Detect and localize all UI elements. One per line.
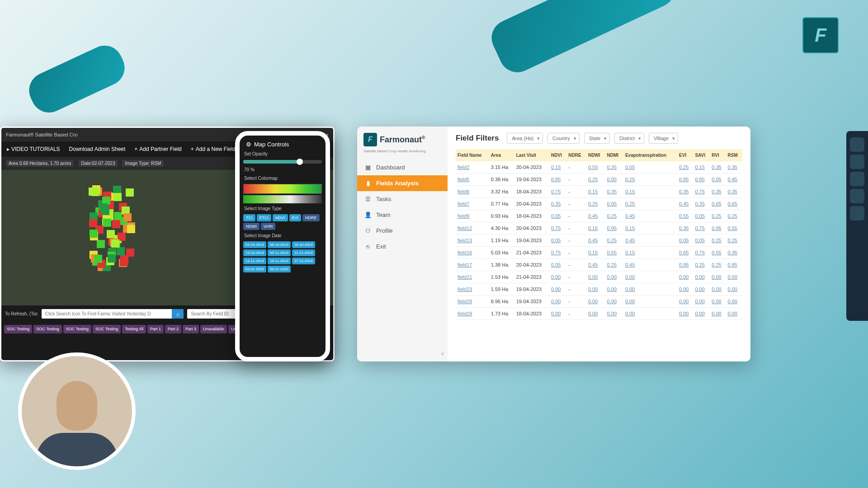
metric-cell[interactable]: 0.05 — [710, 174, 726, 186]
metric-cell[interactable]: 0.00 — [693, 296, 710, 308]
metric-cell[interactable]: 0.00 — [677, 271, 693, 283]
metric-cell[interactable]: 0.75 — [693, 186, 710, 198]
metric-cell[interactable]: 0.00 — [726, 308, 742, 320]
metric-cell[interactable]: 0.00 — [605, 283, 623, 296]
column-header[interactable]: RSM — [726, 149, 742, 161]
field-name-link[interactable]: field28 — [456, 296, 489, 308]
image-date-chip[interactable]: 05-11-2019 — [268, 249, 291, 256]
sidebar-item-dashboard[interactable]: ▦Dashboard — [357, 160, 448, 175]
metric-cell[interactable]: 0.35 — [726, 161, 742, 174]
metric-cell[interactable]: 0.00 — [677, 308, 693, 320]
metric-cell[interactable]: 0.00 — [693, 308, 710, 320]
metric-cell[interactable]: 0.75 — [693, 222, 710, 235]
metric-cell[interactable]: 0.15 — [623, 247, 677, 259]
column-header[interactable]: SAVI — [693, 149, 710, 161]
metric-cell[interactable]: 0.35 — [605, 186, 623, 198]
image-date-chip[interactable]: 16-10-2019 — [292, 241, 315, 248]
sidebar-item-tasks[interactable]: ☰Tasks — [357, 191, 448, 207]
metric-cell[interactable]: 0.35 — [710, 161, 726, 174]
image-type-chip[interactable]: NDRE — [302, 214, 320, 221]
metric-cell[interactable]: 0.05 — [549, 259, 566, 271]
metric-cell[interactable]: 0.55 — [586, 161, 605, 174]
metric-cell[interactable]: 0.25 — [586, 198, 605, 210]
metric-cell[interactable]: 0.55 — [677, 210, 693, 222]
metric-cell[interactable]: 0.25 — [710, 210, 726, 222]
colormap-gradient-alt[interactable] — [243, 195, 322, 203]
tool-icon[interactable] — [850, 189, 864, 203]
metric-cell[interactable]: 0.05 — [549, 235, 566, 247]
metric-cell[interactable]: 0.75 — [549, 186, 566, 198]
metric-cell[interactable]: 0.00 — [677, 296, 693, 308]
metric-cell[interactable]: 0.45 — [677, 198, 693, 210]
image-date-chip[interactable]: 11-11-2019 — [292, 249, 315, 256]
testing-chip[interactable]: SOC Testing — [63, 325, 91, 333]
tool-icon[interactable] — [850, 172, 864, 186]
add-field-button[interactable]: +Add a New Field — [191, 146, 236, 152]
sidebar-item-profile[interactable]: ⚇Profile — [357, 223, 448, 239]
metric-cell[interactable]: 0.95 — [710, 222, 726, 235]
field-name-link[interactable]: field7 — [456, 198, 489, 210]
metric-cell[interactable]: 0.25 — [726, 210, 742, 222]
metric-cell[interactable]: 0.00 — [726, 271, 742, 283]
testing-chip[interactable]: SOC Testing — [4, 325, 32, 333]
image-type-chip[interactable]: NDVI — [273, 214, 288, 221]
metric-cell[interactable]: 0.00 — [586, 283, 605, 296]
sidebar-item-team[interactable]: 👤Team — [357, 207, 448, 223]
metric-cell[interactable]: 0.00 — [677, 283, 693, 296]
field-name-link[interactable]: field16 — [456, 247, 489, 259]
metric-cell[interactable]: 0.00 — [549, 308, 566, 320]
metric-cell[interactable]: 0.45 — [623, 210, 677, 222]
image-date-chip[interactable]: 27-12-2019 — [292, 258, 315, 264]
metric-cell[interactable]: 0.75 — [549, 247, 566, 259]
filter-dropdown[interactable]: State — [584, 133, 610, 144]
metric-cell[interactable]: 0.00 — [586, 296, 605, 308]
metric-cell[interactable]: 0.55 — [726, 222, 742, 235]
column-header[interactable]: NDMI — [605, 149, 623, 161]
field-name-link[interactable]: field13 — [456, 235, 489, 247]
metric-cell[interactable]: 0.15 — [693, 161, 710, 174]
image-type-chip[interactable]: NDWI — [243, 223, 259, 230]
metric-cell[interactable]: 0.95 — [677, 259, 693, 271]
metric-cell[interactable]: 0.00 — [726, 283, 742, 296]
metric-cell[interactable]: 0.55 — [623, 161, 677, 174]
farms-search[interactable]: ⌕ — [42, 309, 184, 319]
metric-cell[interactable]: 0.65 — [677, 247, 693, 259]
metric-cell[interactable]: 0.25 — [710, 259, 726, 271]
metric-cell[interactable]: 0.55 — [605, 247, 623, 259]
metric-cell[interactable]: 0.00 — [710, 296, 726, 308]
metric-cell[interactable]: 0.00 — [605, 308, 623, 320]
field-name-link[interactable]: field5 — [456, 174, 489, 186]
metric-cell[interactable]: 0.00 — [726, 296, 742, 308]
image-date-chip[interactable]: 03-10-2019 — [243, 241, 266, 248]
field-name-link[interactable]: field29 — [456, 308, 489, 320]
testing-chip[interactable]: SOC Testing — [93, 325, 121, 333]
metric-cell[interactable]: 0.45 — [586, 235, 605, 247]
metric-cell[interactable]: 0.00 — [586, 308, 605, 320]
metric-cell[interactable]: 0.25 — [623, 174, 677, 186]
testing-chip[interactable]: Testing All — [122, 325, 146, 333]
filter-dropdown[interactable]: Area (Ha) — [507, 133, 543, 144]
metric-cell[interactable]: 0.00 — [710, 308, 726, 320]
metric-cell[interactable]: 0.45 — [623, 235, 677, 247]
metric-cell[interactable]: 0.00 — [549, 296, 566, 308]
metric-cell[interactable]: 0.00 — [605, 271, 623, 283]
metric-cell[interactable]: 0.25 — [605, 235, 623, 247]
image-date-chip[interactable]: 19-11-2019 — [268, 258, 291, 264]
metric-cell[interactable]: 0.00 — [693, 283, 710, 296]
metric-cell[interactable]: 0.25 — [710, 235, 726, 247]
filter-dropdown[interactable]: District — [614, 133, 644, 144]
metric-cell[interactable]: 0.55 — [710, 247, 726, 259]
metric-cell[interactable]: 0.05 — [605, 198, 623, 210]
metric-cell[interactable]: 0.35 — [677, 222, 693, 235]
field-name-link[interactable]: field6 — [456, 186, 489, 198]
metric-cell[interactable]: 0.85 — [693, 174, 710, 186]
image-date-chip[interactable]: 03-01-2020 — [243, 266, 266, 272]
metric-cell[interactable]: 0.00 — [710, 271, 726, 283]
column-header[interactable]: Evapotranspiration — [623, 149, 677, 161]
column-header[interactable]: RVI — [710, 149, 726, 161]
field-name-link[interactable]: field12 — [456, 222, 489, 235]
metric-cell[interactable]: 0.00 — [710, 283, 726, 296]
metric-cell[interactable]: 0.15 — [623, 186, 677, 198]
field-name-link[interactable]: field23 — [456, 283, 489, 296]
metric-cell[interactable]: 0.05 — [549, 210, 566, 222]
